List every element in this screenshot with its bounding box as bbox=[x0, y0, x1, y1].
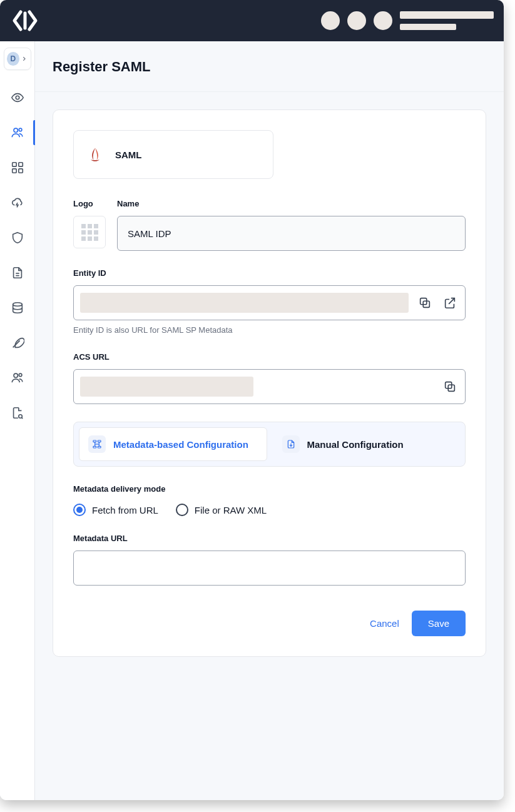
topbar-right bbox=[321, 11, 494, 30]
logo-placeholder-icon bbox=[81, 224, 98, 241]
svg-rect-5 bbox=[18, 163, 22, 166]
svg-rect-21 bbox=[98, 440, 101, 442]
name-label: Name bbox=[117, 199, 466, 208]
svg-line-15 bbox=[21, 418, 23, 419]
open-entity-id-button[interactable] bbox=[441, 294, 459, 312]
radio-file-raw[interactable]: File or RAW XML bbox=[176, 504, 267, 516]
main: Register SAML SAML bbox=[35, 41, 504, 800]
config-tabs: Metadata-based Configuration Manual Conf… bbox=[73, 422, 466, 467]
metadata-url-input[interactable] bbox=[73, 551, 466, 586]
header-avatar-placeholder[interactable] bbox=[374, 11, 392, 30]
svg-point-10 bbox=[13, 303, 22, 307]
name-col: Name bbox=[117, 199, 466, 251]
copy-entity-id-button[interactable] bbox=[416, 294, 434, 312]
external-link-icon bbox=[443, 296, 457, 310]
svg-point-3 bbox=[19, 128, 22, 131]
nav-audit[interactable] bbox=[0, 395, 35, 430]
entity-id-field bbox=[73, 285, 466, 320]
idp-name: SAML bbox=[115, 150, 142, 160]
header-text-placeholder bbox=[400, 11, 494, 30]
nav-database[interactable] bbox=[0, 290, 35, 325]
page-header: Register SAML bbox=[35, 41, 504, 92]
radio-fetch-url[interactable]: Fetch from URL bbox=[73, 504, 158, 516]
nav-overview[interactable] bbox=[0, 80, 35, 115]
radio-circle-icon bbox=[176, 504, 188, 516]
nav-team[interactable] bbox=[0, 360, 35, 395]
file-text-icon bbox=[11, 266, 24, 280]
idp-tile: SAML bbox=[73, 130, 273, 179]
acs-url-field bbox=[73, 369, 466, 404]
nav-cloud[interactable] bbox=[0, 185, 35, 220]
svg-point-14 bbox=[18, 415, 22, 419]
sidebar: D bbox=[0, 41, 35, 800]
nav-security[interactable] bbox=[0, 220, 35, 255]
acs-url-value-mask bbox=[80, 377, 253, 397]
svg-rect-23 bbox=[98, 446, 101, 448]
chevron-right-icon bbox=[21, 55, 28, 63]
svg-rect-22 bbox=[93, 446, 96, 448]
header-placeholder-circle bbox=[321, 11, 340, 30]
brand-logo bbox=[10, 6, 40, 36]
form-actions: Cancel Save bbox=[73, 611, 466, 636]
delivery-mode-options: Fetch from URL File or RAW XML bbox=[73, 504, 466, 516]
acs-url-label: ACS URL bbox=[73, 352, 466, 362]
svg-rect-7 bbox=[18, 169, 22, 173]
acs-url-section: ACS URL bbox=[73, 352, 466, 404]
metadata-icon bbox=[92, 439, 102, 449]
form-card: SAML Logo bbox=[53, 109, 486, 657]
radio-fetch-label: Fetch from URL bbox=[92, 505, 158, 515]
tab-manual-label: Manual Configuration bbox=[307, 439, 404, 450]
name-input[interactable] bbox=[117, 216, 466, 251]
radio-circle-icon bbox=[73, 504, 86, 516]
page-title: Register SAML bbox=[53, 59, 486, 75]
content: SAML Logo bbox=[35, 92, 504, 674]
entity-id-section: Entity ID Entity ID is also URL for SAML… bbox=[73, 268, 466, 335]
feather-icon bbox=[11, 336, 24, 350]
org-badge: D bbox=[7, 52, 20, 66]
entity-id-helper: Entity ID is also URL for SAML SP Metada… bbox=[73, 325, 466, 335]
shield-icon bbox=[11, 231, 24, 245]
logo-label: Logo bbox=[73, 199, 106, 208]
logo-upload[interactable] bbox=[73, 216, 106, 248]
save-button[interactable]: Save bbox=[412, 611, 466, 636]
cloud-lightning-icon bbox=[11, 196, 24, 210]
database-icon bbox=[11, 301, 24, 315]
svg-point-1 bbox=[16, 96, 19, 99]
nav-users[interactable] bbox=[0, 115, 35, 150]
header-placeholder-circle bbox=[347, 11, 366, 30]
svg-point-13 bbox=[19, 373, 22, 377]
tab-manual-config[interactable]: Manual Configuration bbox=[273, 427, 461, 461]
logo-col: Logo bbox=[73, 199, 106, 251]
svg-point-2 bbox=[14, 128, 18, 132]
saml-logo-icon bbox=[86, 146, 104, 163]
cancel-button[interactable]: Cancel bbox=[370, 618, 399, 629]
svg-rect-6 bbox=[12, 169, 16, 173]
entity-id-value-mask bbox=[80, 293, 409, 313]
metadata-url-section: Metadata URL bbox=[73, 534, 466, 586]
nav-docs[interactable] bbox=[0, 255, 35, 290]
app-frame: D bbox=[0, 0, 504, 800]
tab-metadata-config[interactable]: Metadata-based Configuration bbox=[79, 427, 267, 461]
entity-id-label: Entity ID bbox=[73, 268, 466, 278]
nav-feather[interactable] bbox=[0, 325, 35, 360]
nav-apps[interactable] bbox=[0, 150, 35, 185]
radio-file-label: File or RAW XML bbox=[195, 505, 267, 515]
svg-rect-4 bbox=[12, 163, 16, 166]
grid-icon bbox=[11, 161, 24, 175]
delivery-mode-label: Metadata delivery mode bbox=[73, 484, 466, 494]
copy-icon bbox=[418, 296, 432, 310]
manual-icon bbox=[286, 439, 296, 449]
svg-point-12 bbox=[14, 373, 18, 377]
delivery-mode-section: Metadata delivery mode Fetch from URL Fi… bbox=[73, 484, 466, 516]
team-icon bbox=[11, 371, 24, 385]
svg-rect-20 bbox=[93, 440, 96, 442]
code-bracket-icon bbox=[10, 6, 40, 36]
eye-icon bbox=[11, 91, 24, 104]
metadata-url-label: Metadata URL bbox=[73, 534, 466, 543]
body: D bbox=[0, 41, 504, 800]
tab-metadata-label: Metadata-based Configuration bbox=[113, 439, 248, 450]
copy-icon bbox=[443, 380, 457, 393]
copy-acs-url-button[interactable] bbox=[441, 378, 459, 395]
file-search-icon bbox=[11, 406, 24, 420]
org-switcher[interactable]: D bbox=[4, 48, 31, 70]
